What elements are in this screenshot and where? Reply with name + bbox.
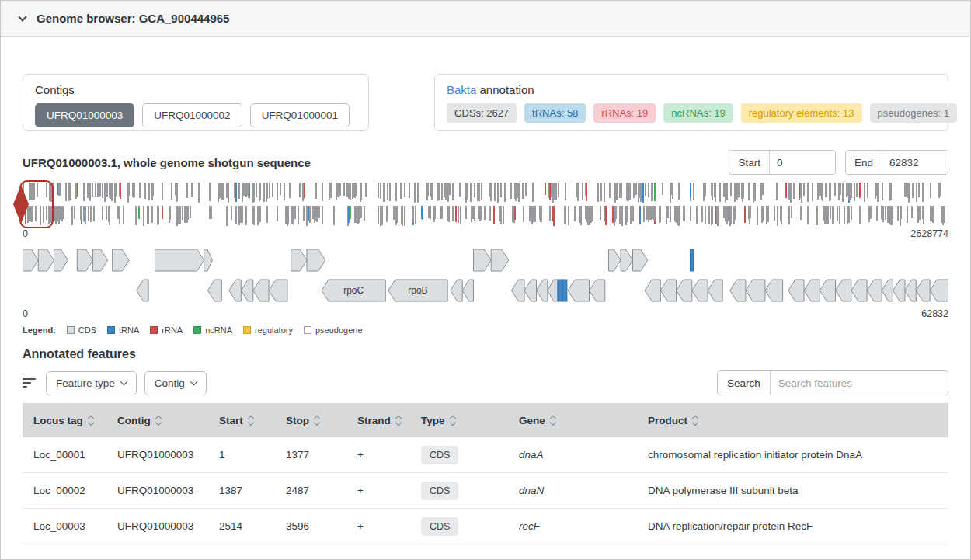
- column-header-type[interactable]: Type: [410, 415, 508, 426]
- gene-arrow[interactable]: [867, 280, 882, 301]
- gene-arrow[interactable]: [708, 280, 722, 301]
- gene-arrow[interactable]: [633, 249, 648, 271]
- table-row[interactable]: Loc_00002UFRQ0100000313872487+CDSdnaNDNA…: [23, 473, 948, 509]
- gene-arrow[interactable]: [462, 280, 473, 301]
- contig-button[interactable]: UFRQ01000003: [35, 103, 134, 127]
- start-input[interactable]: [770, 151, 835, 174]
- contig-dropdown[interactable]: Contig: [144, 371, 207, 395]
- column-header-stop[interactable]: Stop: [275, 415, 346, 426]
- feature-tick: [291, 206, 293, 224]
- gene-arrow[interactable]: [307, 249, 325, 271]
- gene-arrow[interactable]: [916, 280, 930, 301]
- feature-tick: [144, 183, 146, 199]
- gene-arrow[interactable]: [621, 249, 632, 271]
- gene-arrow[interactable]: [558, 280, 562, 301]
- gene-arrow[interactable]: [690, 249, 693, 271]
- gene-arrow[interactable]: [38, 249, 54, 271]
- gene-arrow[interactable]: [474, 249, 492, 271]
- sort-icon[interactable]: [156, 416, 161, 425]
- gene-arrow[interactable]: [820, 280, 835, 301]
- table-cell: 3596: [275, 520, 346, 532]
- gene-arrow[interactable]: [253, 280, 269, 301]
- view-region-handle-icon[interactable]: [13, 185, 29, 224]
- column-header-contig[interactable]: Contig: [106, 415, 208, 426]
- contig-button[interactable]: UFRQ01000002: [142, 103, 242, 127]
- gene-arrow[interactable]: [930, 280, 948, 301]
- sort-icon[interactable]: [693, 416, 698, 425]
- gene-arrow[interactable]: [746, 280, 765, 301]
- legend-item: ncRNA: [193, 325, 232, 335]
- gene-arrow[interactable]: [660, 280, 676, 301]
- feature-tick: [743, 183, 744, 198]
- gene-arrow[interactable]: [836, 280, 851, 301]
- gene-arrow[interactable]: [93, 249, 108, 271]
- gene-arrow[interactable]: [511, 280, 524, 301]
- gene-arrow[interactable]: [882, 280, 893, 301]
- gene-arrow[interactable]: [804, 280, 820, 301]
- gene-arrow[interactable]: [204, 249, 213, 271]
- gene-arrow[interactable]: [645, 280, 660, 301]
- gene-arrow[interactable]: [229, 280, 241, 301]
- gene-arrow[interactable]: [893, 280, 904, 301]
- gene-arrow[interactable]: [590, 280, 605, 301]
- view-region-marker[interactable]: [19, 180, 54, 228]
- legend-item-label: tRNA: [119, 325, 139, 335]
- table-row[interactable]: Loc_00001UFRQ0100000311377+CDSdnaAchromo…: [23, 437, 948, 473]
- gene-arrow[interactable]: [524, 280, 536, 301]
- sort-icon[interactable]: [249, 416, 253, 425]
- filter-icon[interactable]: [23, 378, 37, 388]
- gene-arrow[interactable]: [905, 280, 916, 301]
- column-header-start[interactable]: Start: [208, 415, 275, 426]
- gene-arrow[interactable]: [241, 280, 252, 301]
- gene-arrow[interactable]: [562, 280, 567, 301]
- sort-icon[interactable]: [315, 416, 319, 425]
- column-header-strand[interactable]: Strand: [346, 415, 410, 426]
- feature-tick: [882, 183, 883, 200]
- search-input[interactable]: [771, 371, 948, 395]
- gene-arrow[interactable]: [851, 280, 867, 301]
- table-row[interactable]: Loc_00003UFRQ0100000325143596+CDSrecFDNA…: [23, 509, 948, 544]
- feature-tick: [918, 183, 920, 197]
- gene-arrow[interactable]: [730, 280, 746, 301]
- feature-tick: [99, 183, 101, 196]
- gene-arrow[interactable]: [451, 280, 462, 301]
- sort-icon[interactable]: [396, 416, 401, 425]
- column-header-locus-tag[interactable]: Locus tag: [23, 415, 106, 426]
- gene-arrow[interactable]: [609, 249, 621, 271]
- gene-arrow[interactable]: [788, 280, 804, 301]
- gene-arrow[interactable]: [113, 249, 129, 271]
- feature-type-dropdown[interactable]: Feature type: [46, 371, 137, 395]
- gene-arrow[interactable]: [537, 280, 548, 301]
- gene-arrow[interactable]: [677, 280, 692, 301]
- end-input[interactable]: [882, 151, 948, 174]
- gene-arrow[interactable]: [291, 249, 307, 271]
- feature-tick: [109, 183, 110, 198]
- gene-arrow[interactable]: [207, 280, 221, 301]
- sort-icon[interactable]: [551, 416, 555, 425]
- gene-arrow[interactable]: [692, 280, 708, 301]
- column-header-product[interactable]: Product: [637, 415, 948, 426]
- search-button[interactable]: Search: [718, 371, 771, 395]
- sort-icon[interactable]: [451, 416, 455, 425]
- feature-tick: [68, 183, 70, 201]
- contig-button[interactable]: UFRQ01000001: [250, 103, 350, 127]
- feature-tick: [171, 183, 172, 198]
- feature-tick: [234, 183, 235, 198]
- genome-overview-track[interactable]: [23, 183, 948, 226]
- gene-arrow[interactable]: [77, 249, 92, 271]
- gene-arrow[interactable]: [491, 249, 509, 271]
- gene-arrow[interactable]: [765, 280, 783, 301]
- column-header-gene[interactable]: Gene: [508, 415, 637, 426]
- sort-icon[interactable]: [89, 416, 93, 425]
- gene-arrow[interactable]: [23, 249, 38, 271]
- feature-tick: [617, 183, 618, 198]
- gene-arrow[interactable]: [137, 280, 148, 301]
- gene-arrow[interactable]: [155, 249, 204, 271]
- collapse-chevron-icon[interactable]: [18, 12, 26, 21]
- genome-detail-track[interactable]: rpoCrpoB: [23, 244, 948, 306]
- gene-arrow[interactable]: [269, 280, 287, 301]
- gene-arrow[interactable]: [54, 249, 68, 271]
- gene-arrow[interactable]: [568, 280, 589, 301]
- bakta-link[interactable]: Bakta: [447, 83, 476, 96]
- gene-arrow[interactable]: [548, 280, 558, 301]
